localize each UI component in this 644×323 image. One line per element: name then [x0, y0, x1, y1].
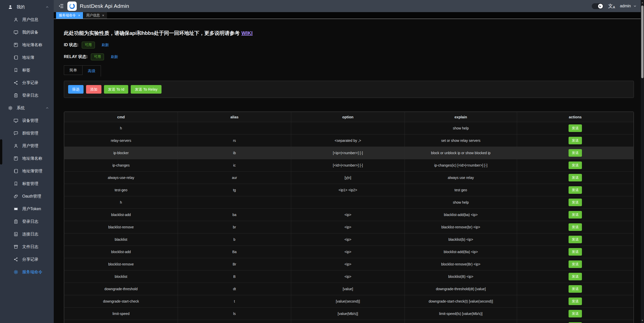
page-tab[interactable]: 服务端命令× — [56, 12, 83, 19]
toolbar-button[interactable]: 发送 To Relay — [131, 85, 161, 94]
ticket-icon — [13, 206, 18, 211]
cell-alias: br — [178, 221, 291, 233]
close-icon[interactable]: × — [102, 13, 104, 17]
send-button[interactable]: 发送 — [569, 162, 582, 169]
send-button[interactable]: 发送 — [569, 186, 582, 194]
page-scrollbar[interactable]: ▲ ▼ — [641, 0, 644, 323]
send-button[interactable]: 发送 — [569, 211, 582, 219]
cell-option: <ip> — [291, 221, 405, 233]
sidebar-item-label: 标签 — [22, 68, 30, 73]
cell-cmd: blacklist-add — [64, 209, 178, 221]
chat-icon — [13, 131, 18, 136]
relay-status-label: RELAY 状态: — [64, 54, 88, 60]
sidebar-item-Oauth管理[interactable]: Oauth管理 — [0, 190, 54, 203]
cell-alias: Ba — [178, 246, 291, 258]
sidebar-item-用户Token[interactable]: 用户Token — [0, 203, 54, 215]
id-refresh-link[interactable]: 刷新 — [102, 43, 109, 47]
cell-cmd: ip-blocker — [64, 147, 178, 159]
cell-actions: 发送 — [517, 320, 634, 323]
send-button[interactable]: 发送 — [569, 124, 582, 132]
cell-actions: 发送 — [517, 184, 634, 196]
scrollbar-thumb[interactable] — [641, 6, 643, 78]
translate-icon[interactable]: 文A — [608, 4, 615, 9]
user-name: admin — [620, 4, 631, 8]
relay-status-row: RELAY 状态: 可用 刷新 — [64, 53, 634, 60]
cell-option — [291, 122, 405, 134]
cell-alias — [178, 122, 291, 134]
toolbar-button[interactable]: 筛选 — [68, 85, 84, 94]
send-button[interactable]: 发送 — [569, 298, 582, 305]
send-button[interactable]: 发送 — [569, 248, 582, 256]
send-button[interactable]: 发送 — [569, 199, 582, 206]
send-button[interactable]: 发送 — [569, 149, 582, 157]
column-header: option — [291, 112, 405, 122]
sidebar-item-label: 我的设备 — [22, 30, 38, 35]
cell-alias: ic — [178, 159, 291, 172]
sidebar-section-header[interactable]: 我的 — [0, 1, 54, 13]
send-button[interactable]: 发送 — [569, 137, 582, 144]
cell-actions: 发送 — [517, 233, 634, 246]
relay-refresh-link[interactable]: 刷新 — [111, 55, 118, 59]
page-title: RustDesk Api Admin — [80, 3, 129, 9]
tab-label: 用户信息 — [86, 13, 100, 18]
send-button[interactable]: 发送 — [569, 174, 582, 181]
sidebar-item-label: 用户Token — [22, 206, 41, 212]
sidebar: 我的用户信息我的设备地址簿名称地址簿标签分享记录登录日志系统设备管理群组管理用户… — [0, 0, 54, 323]
table-row: blocklist-removeBr<ip>blocklist-remove(B… — [64, 258, 634, 271]
mode-tab[interactable]: 高级 — [83, 65, 101, 76]
table-row: blacklistb<ip>blacklist(b) <ip>发送 — [64, 233, 634, 246]
sidebar-item-文件日志[interactable]: 文件日志 — [0, 240, 54, 253]
book-icon — [13, 42, 18, 47]
notice-text: 此处功能为实验性质，请确保api和hbbs处于同一回环地址下，更多说明请参考 — [64, 30, 240, 36]
sidebar-item-分享记录[interactable]: 分享记录 — [0, 253, 54, 266]
sidebar-item-地址簿[interactable]: 地址簿 — [0, 51, 54, 64]
sidebar-item-登录日志[interactable]: 登录日志 — [0, 89, 54, 102]
sidebar-item-标签管理[interactable]: 标签管理 — [0, 177, 54, 190]
send-button[interactable]: 发送 — [569, 236, 582, 243]
cell-explain: blacklist(b) <ip> — [405, 233, 517, 246]
send-button[interactable]: 发送 — [569, 273, 582, 280]
mode-tab[interactable]: 简单 — [64, 65, 83, 75]
cell-cmd: h — [64, 122, 178, 134]
user-menu[interactable]: admin — [620, 4, 637, 8]
page-tab[interactable]: 用户信息× — [84, 12, 107, 19]
wiki-link[interactable]: WIKI — [241, 30, 253, 36]
toolbar-button[interactable]: 添加 — [86, 85, 101, 94]
send-button[interactable]: 发送 — [569, 260, 582, 268]
cell-option: [<id>|<number>] [-] — [291, 159, 405, 172]
scrollbar-down-arrow[interactable]: ▼ — [641, 319, 644, 322]
cell-actions: 发送 — [517, 295, 634, 308]
send-button[interactable]: 发送 — [569, 310, 582, 317]
send-button[interactable]: 发送 — [569, 223, 582, 231]
cell-actions: 发送 — [517, 283, 634, 295]
sidebar-item-用户管理[interactable]: 用户管理 — [0, 140, 54, 152]
sidebar-item-群组管理[interactable]: 群组管理 — [0, 127, 54, 140]
cell-actions: 发送 — [517, 196, 634, 209]
sidebar-item-分享记录[interactable]: 分享记录 — [0, 76, 54, 89]
cell-option: <ip1> <ip2> — [291, 184, 405, 196]
cell-explain: block or unblock ip or show blocked ip — [405, 147, 517, 159]
sidebar-item-地址簿管理[interactable]: 地址簿管理 — [0, 165, 54, 177]
sidebar-item-连接日志[interactable]: 连接日志 — [0, 228, 54, 240]
toolbar-button[interactable]: 发送 To Id — [104, 85, 128, 94]
sidebar-item-服务端命令[interactable]: 服务端命令 — [0, 266, 54, 278]
sidebar-item-设备管理[interactable]: 设备管理 — [0, 114, 54, 127]
send-button[interactable]: 发送 — [569, 285, 582, 293]
scrollbar-up-arrow[interactable]: ▲ — [641, 1, 644, 4]
sidebar-item-我的设备[interactable]: 我的设备 — [0, 26, 54, 39]
sidebar-section-header[interactable]: 系统 — [0, 102, 54, 114]
sidebar-collapse-icon[interactable] — [58, 3, 64, 9]
sidebar-item-登录日志[interactable]: 登录日志 — [0, 215, 54, 228]
close-icon[interactable]: × — [78, 13, 80, 17]
sidebar-item-地址簿名称[interactable]: 地址簿名称 — [0, 39, 54, 51]
cell-explain: downgrade-threshold(dt) [value] — [405, 283, 517, 295]
dark-mode-toggle[interactable] — [592, 3, 603, 9]
cell-alias: aur — [178, 172, 291, 184]
sidebar-item-用户信息[interactable]: 用户信息 — [0, 13, 54, 26]
sidebar-item-标签[interactable]: 标签 — [0, 64, 54, 76]
sidebar-scrollbar-thumb[interactable] — [0, 139, 2, 165]
cell-explain: blocklist(B) <ip> — [405, 271, 517, 283]
cell-option: <ip> — [291, 258, 405, 271]
sidebar-item-地址簿名称[interactable]: 地址簿名称 — [0, 152, 54, 165]
cell-explain: always use relay — [405, 172, 517, 184]
